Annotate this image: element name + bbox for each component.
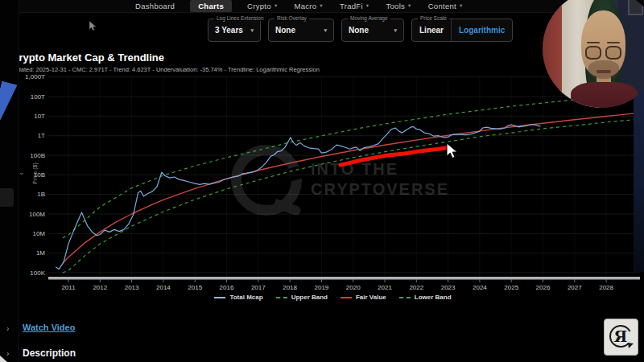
x-tick-label: 2028 bbox=[599, 284, 613, 291]
legend-item-lower-band[interactable]: Lower Band bbox=[399, 294, 452, 301]
watch-video-link[interactable]: Watch Video bbox=[23, 323, 75, 332]
glasses bbox=[605, 46, 621, 60]
legend-item-fair-value[interactable]: Fair Value bbox=[341, 294, 386, 301]
description-heading[interactable]: Description bbox=[23, 348, 76, 359]
series-total-mcap bbox=[56, 125, 540, 269]
chevron-down-icon: ▾ bbox=[408, 3, 411, 9]
legend-marker bbox=[214, 297, 225, 298]
channel-logo-badge: Я bbox=[604, 319, 638, 356]
price-scale-logarithmic[interactable]: Logarithmic bbox=[451, 19, 512, 41]
x-tick-label: 2021 bbox=[378, 284, 392, 291]
legend-marker bbox=[341, 297, 352, 298]
x-tick-label: 2022 bbox=[409, 284, 423, 291]
x-tick-label: 2011 bbox=[61, 284, 76, 291]
x-tick-label: 2023 bbox=[441, 284, 456, 291]
x-tick-label: 2017 bbox=[251, 284, 266, 291]
y-tick-label: 100B bbox=[30, 152, 45, 159]
x-tick-label: 2015 bbox=[188, 284, 202, 291]
time-axis-bar[interactable] bbox=[48, 277, 640, 280]
y-tick-label: 1T bbox=[38, 132, 45, 139]
chevron-down-icon: ⌄ bbox=[19, 168, 25, 176]
x-tick-label: 2025 bbox=[504, 284, 518, 291]
control-label: Log Lines Extension bbox=[214, 15, 266, 21]
right-edge-strip bbox=[634, 79, 644, 272]
blue-shape bbox=[0, 81, 18, 137]
x-tick-label: 2020 bbox=[346, 284, 361, 291]
control-label: Price Scale bbox=[418, 15, 449, 21]
secondary-cursor bbox=[89, 20, 99, 32]
y-tick-label: 100T bbox=[31, 93, 45, 101]
chevron-down-icon: ▾ bbox=[324, 27, 327, 34]
y-tick-label: 100M bbox=[29, 211, 45, 218]
y-tick-label: 10T bbox=[34, 113, 45, 120]
control-price-scale[interactable]: Price ScaleLinearLogarithmic bbox=[411, 19, 513, 42]
chevron-down-icon: ▾ bbox=[275, 3, 278, 9]
control-log-lines-extension[interactable]: Log Lines Extension3 Years▾ bbox=[208, 19, 261, 42]
chevron-right-icon: › bbox=[6, 324, 9, 333]
chevron-down-icon: ▾ bbox=[366, 3, 369, 9]
chart-stats-line: Updated: 2025-12-31 - CMC: 2.971T - Tren… bbox=[10, 66, 320, 73]
main-nav: DashboardChartsCrypto▾Macro▾TradFi▾Tools… bbox=[134, 0, 464, 12]
chart-controls: Log Lines Extension3 Years▾Risk OverlayN… bbox=[208, 19, 513, 42]
legend-marker bbox=[399, 297, 411, 298]
nav-item-tradfi[interactable]: TradFi▾ bbox=[338, 1, 370, 11]
nav-item-crypto[interactable]: Crypto▾ bbox=[246, 1, 279, 11]
nav-item-charts[interactable]: Charts bbox=[190, 0, 232, 12]
selected-value: None bbox=[349, 26, 369, 35]
y-axis-title: Price ($) bbox=[32, 162, 38, 183]
price-scale-linear[interactable]: Linear bbox=[412, 19, 451, 41]
chevron-down-icon: ▾ bbox=[250, 27, 254, 34]
nav-item-macro[interactable]: Macro▾ bbox=[292, 1, 324, 11]
glasses bbox=[585, 46, 601, 60]
nav-item-dashboard[interactable]: Dashboard bbox=[134, 1, 176, 11]
x-tick-label: 2013 bbox=[125, 284, 139, 291]
control-moving-average[interactable]: Moving AverageNone▾ bbox=[341, 19, 404, 42]
control-label: Risk Overlay bbox=[275, 15, 309, 21]
strip-box bbox=[0, 188, 14, 207]
y-tick-label: 1B bbox=[37, 191, 45, 198]
x-tick-label: 2018 bbox=[283, 284, 297, 291]
presenter bbox=[571, 9, 637, 108]
app-frame: DashboardChartsCrypto▾Macro▾TradFi▾Tools… bbox=[0, 0, 644, 362]
selected-value: 3 Years bbox=[215, 26, 243, 35]
series-fair-value bbox=[63, 113, 641, 263]
control-risk-overlay[interactable]: Risk OverlayNone▾ bbox=[268, 19, 334, 42]
top-nav-bar: DashboardChartsCrypto▾Macro▾TradFi▾Tools… bbox=[0, 0, 644, 13]
y-tick-label: 100K bbox=[30, 269, 45, 277]
left-overlay-strip bbox=[0, 0, 19, 362]
y-tick-label: 10M bbox=[32, 230, 45, 237]
selected-value: None bbox=[275, 26, 295, 35]
nav-item-content[interactable]: Content▾ bbox=[427, 1, 464, 11]
y-tick-label: 1,000T bbox=[25, 73, 45, 80]
chart-legend: Total McapUpper BandFair ValueLower Band bbox=[37, 294, 629, 301]
corner-artifact bbox=[0, 356, 7, 362]
reversed-r-glyph: Я bbox=[614, 327, 628, 345]
chevron-down-icon: ▾ bbox=[460, 3, 463, 9]
legend-marker bbox=[276, 297, 287, 298]
x-tick-label: 2019 bbox=[315, 284, 329, 291]
x-tick-label: 2014 bbox=[156, 284, 171, 291]
nav-item-tools[interactable]: Tools▾ bbox=[384, 1, 412, 11]
control-label: Moving Average bbox=[348, 15, 390, 21]
y-tick-label: 1M bbox=[36, 249, 45, 257]
x-tick-label: 2016 bbox=[220, 284, 234, 291]
chevron-down-icon: ▾ bbox=[394, 27, 397, 34]
x-tick-label: 2012 bbox=[93, 284, 107, 291]
x-tick-label: 2027 bbox=[568, 284, 582, 291]
chevron-down-icon: ▾ bbox=[320, 3, 323, 9]
legend-item-upper-band[interactable]: Upper Band bbox=[276, 294, 328, 301]
legend-item-total-mcap[interactable]: Total Mcap bbox=[214, 294, 262, 301]
mouse-cursor bbox=[446, 142, 460, 160]
page-title: Crypto Market Cap & Trendline bbox=[11, 51, 164, 64]
x-tick-label: 2026 bbox=[536, 284, 551, 291]
x-tick-label: 2024 bbox=[473, 284, 487, 291]
series-lower-band bbox=[63, 119, 641, 273]
